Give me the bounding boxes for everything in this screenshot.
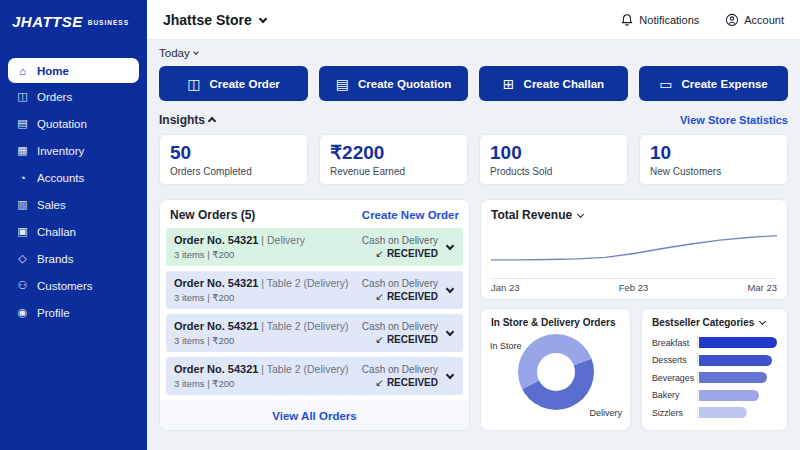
period-label: Today xyxy=(159,47,190,59)
chevron-down-icon xyxy=(193,49,199,55)
brand-logo-suffix: BUSINESS xyxy=(88,19,129,26)
chevron-down-icon xyxy=(577,210,584,217)
separator: | xyxy=(261,363,264,375)
bar-row: Bakery xyxy=(652,387,777,405)
stat-card-products-sold: 100 Products Sold xyxy=(479,134,628,185)
view-store-statistics-link[interactable]: View Store Statistics xyxy=(680,114,788,126)
package-icon: ◫ xyxy=(187,76,200,92)
bar xyxy=(699,337,777,348)
chevron-down-icon[interactable] xyxy=(446,285,454,293)
order-payment: Cash on Delivery xyxy=(362,364,438,375)
brand-logo: JHATTSE BUSINESS xyxy=(0,0,147,42)
bar-row: Breakfast xyxy=(652,334,777,352)
notifications-button[interactable]: Notifications xyxy=(620,13,699,27)
period-selector[interactable]: Today xyxy=(159,47,200,59)
account-icon xyxy=(725,13,739,27)
new-orders-panel: New Orders (5) Create New Order Order No… xyxy=(159,199,470,431)
sidebar-item-label: Accounts xyxy=(37,172,84,184)
receipt-icon: ▣ xyxy=(16,225,29,238)
stat-label: Revenue Earned xyxy=(330,166,457,177)
bar xyxy=(699,372,767,383)
sidebar-item-home[interactable]: ⌂ Home xyxy=(8,58,139,83)
chevron-down-icon xyxy=(258,14,266,22)
create-expense-button[interactable]: ▭ Create Expense xyxy=(639,66,788,101)
order-status: RECEIVED xyxy=(387,291,438,302)
bar xyxy=(699,407,747,418)
sidebar-item-label: Quotation xyxy=(37,118,87,130)
chevron-down-icon[interactable] xyxy=(446,371,454,379)
order-items: 3 items | ₹200 xyxy=(174,335,362,346)
order-status: RECEIVED xyxy=(387,377,438,388)
chevron-down-icon[interactable] xyxy=(446,242,454,250)
sidebar-item-label: Challan xyxy=(37,226,76,238)
order-items: 3 items | ₹200 xyxy=(174,378,362,389)
order-location: Table 2 (Delivery) xyxy=(267,277,349,289)
document-icon: ▤ xyxy=(16,117,29,130)
bar-row: Beverages xyxy=(652,369,777,387)
stat-label: Orders Completed xyxy=(170,166,297,177)
store-selector[interactable]: Jhattse Store xyxy=(163,12,268,28)
bestseller-panel: Bestseller Categories Breakfast Desserts xyxy=(641,308,788,431)
sidebar-item-brands[interactable]: ◇ Brands xyxy=(0,245,147,272)
stat-card-new-customers: 10 New Customers xyxy=(639,134,788,185)
bestseller-title: Bestseller Categories xyxy=(652,317,754,328)
create-new-order-link[interactable]: Create New Order xyxy=(362,209,459,221)
order-status: RECEIVED xyxy=(387,248,438,259)
order-row[interactable]: Order No. 54321 | Table 2 (Delivery) 3 i… xyxy=(166,357,463,395)
shelf-icon: ▦ xyxy=(16,144,29,157)
people-icon: ⚇ xyxy=(16,279,29,292)
tag-icon: ◇ xyxy=(16,252,29,265)
create-challan-button[interactable]: ⊞ Create Challan xyxy=(479,66,628,101)
chevron-down-icon[interactable] xyxy=(446,328,454,336)
revenue-line-chart xyxy=(491,222,777,272)
order-row[interactable]: Order No. 54321 | Table 2 (Delivery) 3 i… xyxy=(166,271,463,309)
insights-toggle[interactable]: Insights xyxy=(159,113,217,127)
create-order-button[interactable]: ◫ Create Order xyxy=(159,66,308,101)
instore-delivery-title: In Store & Delivery Orders xyxy=(491,317,616,328)
order-payment: Cash on Delivery xyxy=(362,278,438,289)
order-payment: Cash on Delivery xyxy=(362,235,438,246)
order-number: Order No. 54321 xyxy=(174,363,258,375)
total-revenue-selector[interactable]: Total Revenue xyxy=(491,208,777,222)
stat-value: 100 xyxy=(490,143,617,164)
view-all-orders[interactable]: View All Orders xyxy=(160,400,469,430)
sidebar: JHATTSE BUSINESS ⌂ Home ◫ Orders ▤ Quota… xyxy=(0,0,147,450)
separator: | xyxy=(261,234,264,246)
create-expense-label: Create Expense xyxy=(681,78,767,90)
home-icon: ⌂ xyxy=(16,65,29,77)
sidebar-item-quotation[interactable]: ▤ Quotation xyxy=(0,110,147,137)
order-location: Table 2 (Delivery) xyxy=(267,363,349,375)
arrow-received-icon: ↙ xyxy=(375,377,383,388)
quick-actions: ◫ Create Order ▤ Create Quotation ⊞ Crea… xyxy=(159,66,788,101)
account-button[interactable]: Account xyxy=(725,13,784,27)
stat-label: New Customers xyxy=(650,166,777,177)
bell-icon xyxy=(620,13,634,27)
separator: | xyxy=(261,277,264,289)
create-quotation-button[interactable]: ▤ Create Quotation xyxy=(319,66,468,101)
sidebar-item-accounts[interactable]: ◔ Accounts xyxy=(0,164,147,191)
create-challan-label: Create Challan xyxy=(524,78,605,90)
order-row[interactable]: Order No. 54321 | Delivery 3 items | ₹20… xyxy=(166,228,463,266)
main-content: Today ◫ Create Order ▤ Create Quotation … xyxy=(147,40,800,450)
topbar: Jhattse Store Notifications Account xyxy=(147,0,800,40)
sidebar-item-label: Home xyxy=(37,65,69,77)
sidebar-item-orders[interactable]: ◫ Orders xyxy=(0,83,147,110)
sidebar-item-challan[interactable]: ▣ Challan xyxy=(0,218,147,245)
sidebar-item-customers[interactable]: ⚇ Customers xyxy=(0,272,147,299)
stat-card-orders-completed: 50 Orders Completed xyxy=(159,134,308,185)
total-revenue-title: Total Revenue xyxy=(491,208,572,222)
bestseller-selector[interactable]: Bestseller Categories xyxy=(652,317,777,328)
bestseller-bar-chart: Breakfast Desserts Beverages Bakery xyxy=(652,334,777,422)
separator: | xyxy=(261,320,264,332)
insights-title: Insights xyxy=(159,113,205,127)
order-number: Order No. 54321 xyxy=(174,320,258,332)
sidebar-item-sales[interactable]: ▥ Sales xyxy=(0,191,147,218)
store-name: Jhattse Store xyxy=(163,12,252,28)
package-icon: ◫ xyxy=(16,90,29,103)
bar-label: Breakfast xyxy=(652,338,697,348)
bar-row: Sizzlers xyxy=(652,404,777,422)
sidebar-item-profile[interactable]: ◉ Profile xyxy=(0,299,147,326)
bar-label: Beverages xyxy=(652,373,697,383)
order-row[interactable]: Order No. 54321 | Table 2 (Delivery) 3 i… xyxy=(166,314,463,352)
sidebar-item-inventory[interactable]: ▦ Inventory xyxy=(0,137,147,164)
